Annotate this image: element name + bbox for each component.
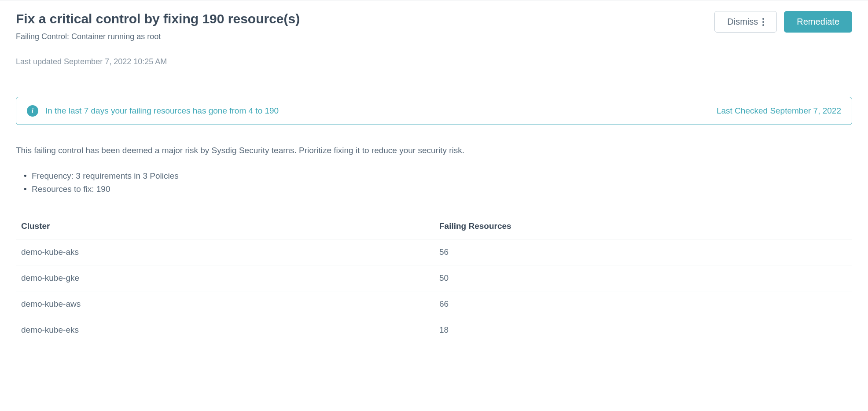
failing-control-subtitle: Failing Control: Container running as ro… [16, 32, 300, 41]
cell-cluster: demo-kube-eks [16, 317, 434, 343]
cell-failing-resources: 50 [434, 265, 852, 291]
detail-frequency: Frequency: 3 requirements in 3 Policies [24, 169, 852, 183]
table-row: demo-kube-gke50 [16, 265, 852, 291]
clusters-table: Cluster Failing Resources demo-kube-aks5… [16, 213, 852, 343]
table-row: demo-kube-aws66 [16, 291, 852, 317]
table-row: demo-kube-aks56 [16, 239, 852, 265]
info-banner-message: In the last 7 days your failing resource… [45, 106, 279, 116]
last-updated-text: Last updated September 7, 2022 10:25 AM [16, 57, 300, 66]
dismiss-button[interactable]: Dismiss [714, 11, 777, 33]
table-header-cluster: Cluster [16, 213, 434, 239]
details-list: Frequency: 3 requirements in 3 Policies … [16, 169, 852, 196]
info-last-checked: Last Checked September 7, 2022 [717, 106, 841, 116]
cell-cluster: demo-kube-aks [16, 239, 434, 265]
remediate-button-label: Remediate [797, 17, 839, 27]
cell-failing-resources: 56 [434, 239, 852, 265]
page-header: Fix a critical control by fixing 190 res… [0, 0, 868, 79]
cell-failing-resources: 66 [434, 291, 852, 317]
more-options-icon [762, 18, 764, 26]
table-row: demo-kube-eks18 [16, 317, 852, 343]
risk-description: This failing control has been deemed a m… [16, 144, 852, 157]
header-actions: Dismiss Remediate [714, 11, 852, 33]
cell-cluster: demo-kube-gke [16, 265, 434, 291]
detail-resources-to-fix: Resources to fix: 190 [24, 183, 852, 196]
dismiss-button-label: Dismiss [727, 17, 758, 27]
page-title: Fix a critical control by fixing 190 res… [16, 11, 300, 27]
cell-cluster: demo-kube-aws [16, 291, 434, 317]
table-header-failing-resources: Failing Resources [434, 213, 852, 239]
remediate-button[interactable]: Remediate [784, 11, 852, 33]
cell-failing-resources: 18 [434, 317, 852, 343]
info-banner: i In the last 7 days your failing resour… [16, 97, 852, 125]
info-icon: i [27, 105, 38, 117]
